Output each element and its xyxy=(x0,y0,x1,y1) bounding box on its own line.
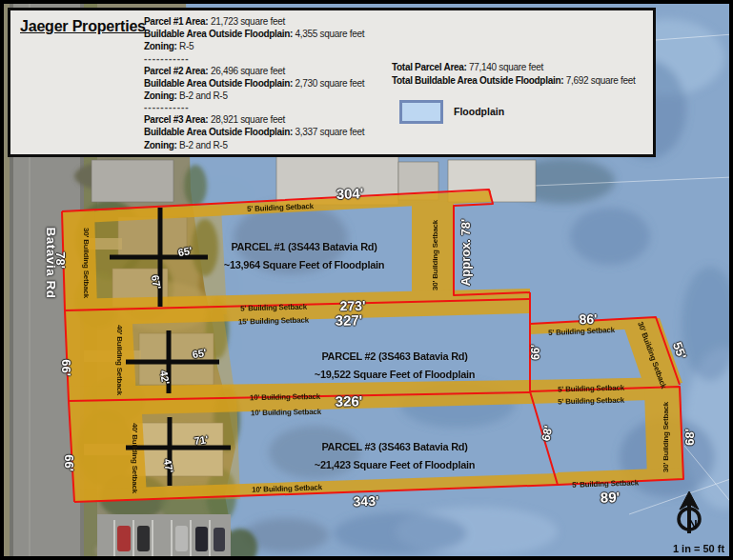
parcel-2-floodplain: ~19,522 Square Feet of Floodplain xyxy=(261,366,528,384)
floodplain-swatch xyxy=(399,100,443,124)
car xyxy=(214,528,225,551)
distance-label: 66' xyxy=(62,454,76,471)
parcel-1-buildable: Buildable Area Outside Floodplain: 4,355… xyxy=(144,28,390,40)
floodplain-legend-label: Floodplain xyxy=(454,106,504,117)
dimension-label: 47' xyxy=(162,458,175,474)
setback-label: 40' Building Setback xyxy=(131,423,139,493)
setback-label: 30' Building Setback xyxy=(662,402,670,472)
setback-label: 10' Building Setback xyxy=(250,392,320,402)
legend: Floodplain xyxy=(399,100,504,123)
car xyxy=(137,526,150,551)
dimension-label: 71' xyxy=(193,433,209,447)
distance-label: 66' xyxy=(529,345,542,360)
parcel-3-buildable: Buildable Area Outside Floodplain: 3,337… xyxy=(144,126,390,138)
distance-label: 89' xyxy=(601,489,621,506)
setback-label: 30' Building Setback xyxy=(82,228,91,298)
parcel-2-area: Parcel #2 Area: 26,496 square feet xyxy=(144,65,390,77)
divider: ----------- xyxy=(144,53,390,65)
total-parcel-area: Total Parcel Area: 77,140 square feet xyxy=(392,61,657,74)
distance-label: 304' xyxy=(336,185,363,202)
parcel-2-annotation: PARCEL #2 (3S463 Batavia Rd) ~19,522 Squ… xyxy=(261,348,528,384)
parcel-3-title: PARCEL #3 (3S463 Batavia Rd) xyxy=(261,438,528,456)
distance-label: Approx. 78' xyxy=(458,219,473,286)
parcel-info-column: Parcel #1 Area: 21,723 square feet Build… xyxy=(144,15,390,151)
setback-label: 10' Building Setback xyxy=(251,408,321,417)
total-buildable-area: Total Buildable Area Outside Floodplain:… xyxy=(392,74,657,88)
north-arrow-letter: N xyxy=(688,517,697,531)
setback-label: 15' Building Setback xyxy=(238,316,309,327)
distance-label: 68' xyxy=(682,429,697,446)
road-label: Batavia Rd xyxy=(44,228,58,299)
parking-lot xyxy=(97,514,231,556)
distance-label: 326' xyxy=(336,392,363,409)
setback-label: 40' Building Setback xyxy=(115,325,124,395)
dimension-label: 65' xyxy=(192,347,208,360)
car xyxy=(195,527,208,551)
parcel-2-zoning: Zoning: B-2 and R-5 xyxy=(144,90,390,102)
dimension-label: 42' xyxy=(158,370,172,386)
parcel-3-floodplain: ~21,423 Square Feet of Floodplain xyxy=(261,456,528,474)
page-title: Jaeger Properties xyxy=(20,18,146,35)
distance-label: 327' xyxy=(335,311,362,329)
distance-label: 343' xyxy=(353,493,378,510)
divider: ----------- xyxy=(144,102,390,113)
distance-label: 66' xyxy=(59,359,73,376)
parcel-2-title: PARCEL #2 (3S463 Batavia Rd) xyxy=(261,348,528,366)
totals-column: Total Parcel Area: 77,140 square feet To… xyxy=(392,61,657,87)
parcel-2-buildable: Buildable Area Outside Floodplain: 2,730… xyxy=(144,77,390,90)
car xyxy=(175,526,188,551)
header-box: Jaeger Properties Parcel #1 Area: 21,723… xyxy=(8,8,656,157)
scale-label: 1 in = 50 ft xyxy=(673,543,724,554)
parcel-1-zoning: Zoning: R-5 xyxy=(144,40,390,52)
parcel-3-annotation: PARCEL #3 (3S463 Batavia Rd) ~21,423 Squ… xyxy=(261,438,528,474)
parcel-1-floodplain: ~13,964 Square Feet of Floodplain xyxy=(171,256,438,274)
setback-label: 5' Building Setback xyxy=(558,396,624,407)
distance-label: 86' xyxy=(579,311,597,328)
parcel-3-area: Parcel #3 Area: 28,921 square feet xyxy=(144,113,390,126)
parcel-1-title: PARCEL #1 (3S443 Batavia Rd) xyxy=(171,238,438,256)
parcel-3-zoning: Zoning: B-2 and R-5 xyxy=(144,139,390,151)
parcel-1-area: Parcel #1 Area: 21,723 square feet xyxy=(144,15,390,28)
dimension-label: 67' xyxy=(150,274,163,290)
jaeger-properties-map: 5' Building Setback 30' Building Setback… xyxy=(0,0,733,560)
parcel-1-annotation: PARCEL #1 (3S443 Batavia Rd) ~13,964 Squ… xyxy=(171,238,438,274)
setback-label: 5' Building Setback xyxy=(240,303,307,313)
setback-label: 5' Building Setback xyxy=(558,384,624,394)
car xyxy=(117,526,131,551)
